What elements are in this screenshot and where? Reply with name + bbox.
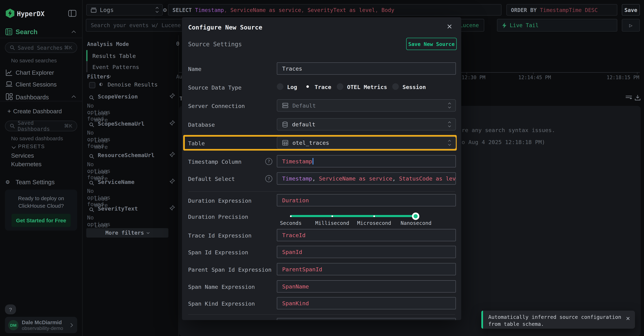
- sidebar-item-client-sessions[interactable]: Client Sessions: [16, 81, 56, 88]
- database-value: default: [292, 121, 316, 128]
- slider-label-microsecond[interactable]: Microsecond: [357, 220, 391, 226]
- pin-icon[interactable]: [169, 120, 175, 128]
- download-icon[interactable]: [634, 95, 640, 103]
- radio-otel-metrics[interactable]: [337, 83, 344, 90]
- presets-chevron-icon[interactable]: [12, 145, 16, 149]
- more-filters-button[interactable]: More filters: [86, 228, 168, 238]
- slider-label-seconds[interactable]: Seconds: [280, 220, 302, 226]
- slider-label-millisecond[interactable]: Millisecond: [315, 220, 349, 226]
- saved-searches-input[interactable]: Saved Searches ⌘K: [5, 42, 77, 53]
- modal-close-icon[interactable]: ×: [447, 21, 452, 32]
- timestamp-column-input[interactable]: Timestamp: [277, 155, 456, 167]
- clickhouse-promo-card: Ready to deploy on ClickHouse Cloud? Get…: [5, 190, 77, 231]
- get-started-button[interactable]: Get Started for Free: [12, 214, 71, 227]
- mode-event-patterns[interactable]: Event Patterns: [86, 61, 139, 72]
- span-name-value: SpanName: [282, 283, 309, 290]
- search-icon: [89, 153, 94, 160]
- sidebar-item-chart-explorer[interactable]: Chart Explorer: [16, 69, 54, 76]
- filter-group-name[interactable]: ServiceName: [98, 179, 134, 185]
- toast-line1: Automatically inferred source configurat…: [488, 314, 621, 320]
- save-button-label: Save: [624, 7, 638, 13]
- name-input[interactable]: Traces: [277, 62, 456, 75]
- radio-session-label[interactable]: Session: [402, 84, 426, 90]
- analysis-mode-title: Analysis Mode: [87, 41, 129, 47]
- modal-title: Configure New Source: [188, 24, 262, 31]
- shortcut-badge: ⌘K: [64, 123, 72, 129]
- source-select[interactable]: Logs: [86, 4, 162, 15]
- slider-label-nanosecond[interactable]: Nanosecond: [400, 220, 432, 226]
- column-settings-icon[interactable]: [626, 95, 632, 103]
- save-button[interactable]: Save: [622, 4, 640, 15]
- sidebar-item-services[interactable]: Services: [11, 152, 34, 159]
- duration-expression-input[interactable]: Duration: [277, 194, 456, 206]
- span-id-input[interactable]: SpanId: [277, 246, 456, 258]
- radio-trace-label[interactable]: Trace: [315, 84, 331, 90]
- filter-group-name[interactable]: SeverityText: [98, 205, 138, 212]
- sidebar-item-dashboards[interactable]: Dashboards: [16, 93, 49, 100]
- configure-source-modal: Configure New Source × Source Settings S…: [182, 17, 461, 320]
- sql-select-bar[interactable]: SELECT Timestamp, ServiceName as service…: [168, 4, 502, 15]
- parent-span-id-input[interactable]: ParentSpanId: [277, 263, 456, 275]
- radio-log[interactable]: [277, 83, 283, 90]
- denoise-icon: ◐: [100, 81, 103, 87]
- pin-icon[interactable]: [169, 151, 175, 159]
- span-name-input[interactable]: SpanName: [277, 280, 456, 293]
- order-by-bar[interactable]: ORDER BY TimestampTime DESC: [506, 4, 617, 15]
- sidebar-item-kubernetes[interactable]: Kubernetes: [11, 161, 42, 167]
- live-tail-button[interactable]: Live Tail: [497, 19, 617, 32]
- pin-icon[interactable]: [169, 205, 175, 213]
- name-value: Traces: [282, 65, 302, 72]
- radio-log-label[interactable]: Log: [287, 84, 297, 90]
- sidebar-collapse-icon[interactable]: [68, 10, 76, 18]
- sidebar-item-team-settings[interactable]: Team Settings: [16, 179, 54, 186]
- trace-id-input[interactable]: TraceId: [277, 229, 456, 241]
- saved-dashboards-input[interactable]: Saved Dashboards ⌘K: [5, 121, 77, 131]
- filter-group-name[interactable]: ResourceSchemaUrl: [98, 152, 154, 158]
- toast-line2: from table schema.: [488, 321, 544, 327]
- table-select[interactable]: otel_traces: [277, 137, 456, 149]
- radio-session[interactable]: [392, 83, 399, 90]
- filter-group-name[interactable]: ScopeVersion: [98, 93, 138, 100]
- toast-close-icon[interactable]: ×: [626, 315, 630, 323]
- refresh-icon[interactable]: ↻: [108, 72, 111, 79]
- search-placeholder: Search your events w/ Lucene ex.: [91, 22, 194, 28]
- duration-precision-slider[interactable]: [290, 215, 416, 217]
- dashboards-collapse-chevron-icon[interactable]: [72, 95, 76, 99]
- no-saved-searches-text: No saved searches: [11, 57, 57, 63]
- database-label: Database: [188, 121, 215, 128]
- sql-comma: ,: [375, 7, 378, 13]
- select-chevrons-icon: [448, 103, 450, 108]
- filter-group-name[interactable]: ScopeSchemaUrl: [98, 120, 144, 127]
- chevron-right-icon: [69, 323, 73, 327]
- mode-results-table[interactable]: Results Table: [86, 50, 136, 61]
- sidebar-item-search[interactable]: Search: [16, 28, 38, 35]
- load-more-button[interactable]: Load more: [94, 137, 108, 150]
- saved-dashboards-placeholder: Saved Dashboards: [18, 120, 64, 132]
- search-collapse-chevron-icon[interactable]: [72, 30, 76, 35]
- run-query-button[interactable]: ▷: [622, 19, 640, 32]
- server-connection-select[interactable]: Default: [277, 99, 456, 112]
- database-icon: [282, 121, 288, 127]
- avatar: DM: [8, 320, 18, 330]
- pin-icon[interactable]: [169, 93, 175, 101]
- help-button[interactable]: ?: [5, 305, 16, 314]
- chart-explorer-icon: [6, 69, 12, 77]
- denoise-checkbox[interactable]: [89, 82, 95, 88]
- source-settings-gear-icon[interactable]: ⚙: [163, 6, 167, 13]
- default-select-input[interactable]: Timestamp, ServiceName as service, Statu…: [277, 172, 456, 185]
- ds-comma: ,: [312, 175, 319, 182]
- denoise-label[interactable]: Denoise Results: [108, 81, 158, 88]
- presets-label[interactable]: PRESETS: [18, 144, 45, 149]
- database-select[interactable]: default: [277, 118, 456, 130]
- slider-thumb[interactable]: [412, 213, 419, 220]
- span-kind-input[interactable]: SpanKind: [277, 297, 456, 309]
- radio-otel-metrics-label[interactable]: OTEL Metrics: [347, 84, 387, 90]
- pin-icon[interactable]: [169, 178, 175, 186]
- create-dashboard-button[interactable]: Create Dashboard: [13, 108, 62, 115]
- save-new-source-button[interactable]: Save New Source: [406, 38, 457, 50]
- divider: [0, 38, 82, 38]
- clipped-input[interactable]: [277, 318, 456, 320]
- axis-tick: [466, 72, 467, 74]
- user-menu[interactable]: DM Dale McDiarmid observability-demo: [5, 317, 77, 333]
- slider-dot: [373, 215, 375, 217]
